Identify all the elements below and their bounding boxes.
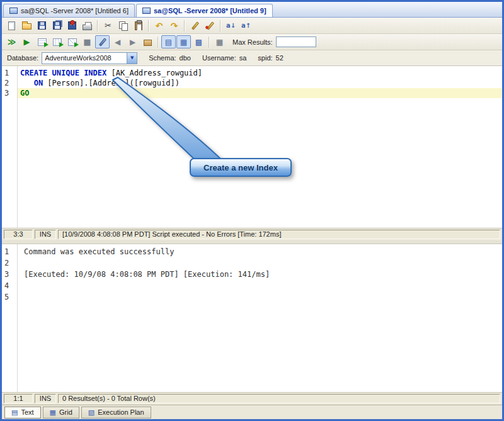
format-sql-button[interactable] [188, 19, 202, 32]
save-all-button[interactable] [50, 19, 64, 32]
open-folder-icon [22, 23, 32, 30]
stop-icon: ■ [83, 38, 91, 46]
line-number: 3 [2, 88, 17, 98]
line-number: 5 [2, 291, 17, 303]
insert-mode-indicator: INS [35, 230, 56, 239]
execute-fetch-all-icon [38, 38, 47, 46]
stop-button[interactable]: ■ [80, 35, 94, 48]
main-toolbar: ✂ ↶ ↷ a↓ a↑ [2, 18, 502, 34]
tab-text-results[interactable]: ▤ Text [4, 407, 41, 418]
result-line [18, 280, 502, 291]
callout-balloon: Create a new Index [190, 158, 292, 177]
document-tabstrip: sa@SQL -Server 2008* [Untitled 6] sa@SQL… [2, 2, 502, 18]
sql-go-keyword: GO [20, 89, 29, 98]
spell-check-icon [206, 21, 214, 30]
open-file-button[interactable] [20, 19, 34, 32]
username-value: sa [239, 54, 247, 62]
grid-results-toggle[interactable]: ▦ [176, 35, 191, 48]
sql-editor-pane[interactable]: 1 2 3 CREATE UNIQUE INDEX [AK_Address_ro… [2, 66, 502, 228]
grid-view-icon: ▦ [50, 408, 56, 417]
save-all-icon [53, 21, 61, 30]
sql-indent [20, 79, 34, 87]
result-options-button[interactable]: ▦ [212, 35, 227, 48]
new-file-button[interactable] [4, 19, 19, 32]
execute-icon: ▶ [24, 38, 30, 46]
text-view-icon: ▤ [11, 408, 18, 417]
execute-button[interactable]: ▶ [20, 35, 34, 48]
results-line-number-gutter: 1 2 3 4 5 [2, 244, 18, 392]
tab-label: sa@SQL -Server 2008* [Untitled 6] [21, 7, 129, 14]
history-forward-button[interactable]: ▶ [125, 35, 140, 48]
sort-ascending-button[interactable]: a↓ [224, 19, 238, 32]
back-arrow-icon: ◀ [115, 38, 120, 46]
pivot-results-button[interactable]: ▩ [192, 35, 206, 48]
redo-button[interactable]: ↷ [167, 19, 181, 32]
undo-icon: ↶ [156, 21, 163, 30]
toolbar-separator [148, 20, 149, 31]
tab-untitled-9[interactable]: sa@SQL -Server 2008* [Untitled 9] [136, 4, 273, 17]
undo-button[interactable]: ↶ [152, 19, 166, 32]
toolbar-separator [97, 20, 98, 31]
database-select[interactable]: AdventureWorks2008 ▼ [42, 52, 137, 64]
export-icon [68, 21, 76, 30]
spid-value: 52 [276, 54, 284, 62]
line-number: 1 [2, 246, 17, 257]
history-back-button[interactable]: ◀ [110, 35, 125, 48]
line-number: 2 [2, 78, 17, 88]
execution-plan-icon: ▧ [88, 408, 94, 417]
username-label: Username: [202, 54, 236, 62]
sql-line: CREATE UNIQUE INDEX [AK_Address_rowguid] [18, 68, 502, 78]
send-to-file-button[interactable] [140, 35, 155, 48]
options-grid-icon: ▦ [216, 38, 223, 46]
execute-edit-button[interactable] [50, 35, 64, 48]
toolbar-separator [184, 20, 185, 31]
resultset-summary: 0 Resultset(s) - 0 Total Row(s) [58, 394, 500, 403]
cut-button[interactable]: ✂ [101, 19, 115, 32]
tab-execution-plan[interactable]: ▧ Execution Plan [81, 407, 151, 418]
sql-code: [AK_Address_rowguid] [106, 69, 202, 77]
edit-mode-toggle[interactable] [95, 35, 110, 48]
execute-all-icon: ≫ [8, 38, 16, 46]
execute-all-button[interactable]: ≫ [4, 35, 19, 48]
sql-keyword: ON [34, 79, 43, 87]
sql-keyword: CREATE UNIQUE INDEX [20, 69, 106, 77]
print-button[interactable] [80, 19, 94, 32]
results-statusbar: 1:1 INS 0 Resultset(s) - 0 Total Row(s) [2, 393, 502, 405]
result-line: Command was executed successfully [18, 246, 502, 257]
line-number: 2 [2, 257, 17, 269]
export-button[interactable] [65, 19, 79, 32]
pivot-grid-icon: ▩ [195, 38, 202, 46]
tab-untitled-6[interactable]: sa@SQL -Server 2008* [Untitled 6] [3, 4, 135, 17]
editor-code-area[interactable]: CREATE UNIQUE INDEX [AK_Address_rowguid]… [18, 66, 502, 228]
line-number: 3 [2, 269, 17, 280]
forward-arrow-icon: ▶ [130, 38, 135, 46]
text-results-toggle[interactable]: ▤ [161, 35, 176, 48]
chevron-down-icon: ▼ [127, 53, 137, 64]
edit-pencil-icon [98, 38, 106, 46]
cursor-position: 1:1 [4, 394, 33, 403]
copy-button[interactable] [116, 19, 130, 32]
save-button[interactable] [35, 19, 49, 32]
results-text-area: Command was executed successfully [Execu… [18, 244, 502, 392]
tab-label: Grid [59, 408, 72, 416]
results-pane[interactable]: 1 2 3 4 5 Command was executed successfu… [2, 244, 502, 393]
tab-grid-results[interactable]: ▦ Grid [43, 407, 79, 418]
toolbar-separator [209, 36, 210, 48]
spell-check-button[interactable] [203, 19, 217, 32]
sort-descending-icon: a↑ [241, 23, 251, 29]
connection-bar: Database: AdventureWorks2008 ▼ Schema: d… [2, 50, 502, 66]
paste-button[interactable] [131, 19, 146, 32]
toolbar-separator [220, 20, 221, 31]
tab-label: Execution Plan [98, 408, 144, 416]
sql-line-current: GO [18, 88, 502, 98]
execution-toolbar: ≫ ▶ ■ ◀ ▶ ▤ ▦ ▩ ▦ Max Results: [2, 34, 502, 50]
max-results-input[interactable] [276, 36, 316, 47]
execution-status-message: [10/9/2008 4:08:08 PM PDT] Script execut… [58, 230, 500, 239]
connection-monitor-icon [9, 8, 18, 14]
execute-fetch-all-button[interactable] [35, 35, 49, 48]
sort-descending-button[interactable]: a↑ [239, 19, 253, 32]
editor-statusbar: 3:3 INS [10/9/2008 4:08:08 PM PDT] Scrip… [2, 228, 502, 240]
execute-explain-button[interactable] [65, 35, 79, 48]
print-icon [83, 25, 92, 30]
format-sql-icon [191, 21, 198, 30]
